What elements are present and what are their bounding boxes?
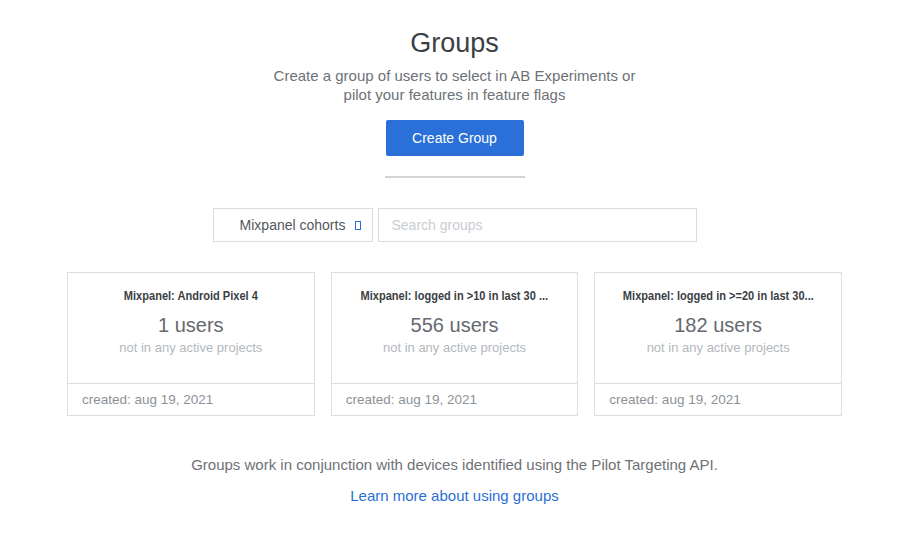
groups-page: Groups Create a group of users to select… xyxy=(0,0,909,558)
group-projects-note: not in any active projects xyxy=(332,340,578,355)
group-title: Mixpanel: logged in >=20 in last 30... xyxy=(623,288,814,303)
footer-info-text: Groups work in conjunction with devices … xyxy=(0,456,909,473)
search-groups-input[interactable] xyxy=(378,208,697,242)
cohort-source-dropdown[interactable]: Mixpanel cohorts xyxy=(213,208,373,242)
group-created-date: created: aug 19, 2021 xyxy=(595,383,841,415)
dropdown-indicator-icon xyxy=(355,221,361,230)
group-user-count: 556 users xyxy=(332,314,578,337)
group-title: Mixpanel: Android Pixel 4 xyxy=(124,288,258,303)
group-card-body: Mixpanel: logged in >10 in last 30 ... 5… xyxy=(332,273,578,383)
filter-row: Mixpanel cohorts xyxy=(0,208,909,242)
groups-list: Mixpanel: Android Pixel 4 1 users not in… xyxy=(67,272,842,416)
group-card-body: Mixpanel: Android Pixel 4 1 users not in… xyxy=(68,273,314,383)
group-title: Mixpanel: logged in >10 in last 30 ... xyxy=(361,288,549,303)
page-subtitle-line-1: Create a group of users to select in AB … xyxy=(0,66,909,85)
group-card-logged-in-gt10[interactable]: Mixpanel: logged in >10 in last 30 ... 5… xyxy=(331,272,579,416)
group-projects-note: not in any active projects xyxy=(68,340,314,355)
group-card-logged-in-gte20[interactable]: Mixpanel: logged in >=20 in last 30... 1… xyxy=(594,272,842,416)
page-title: Groups xyxy=(0,28,909,59)
group-user-count: 1 users xyxy=(68,314,314,337)
group-projects-note: not in any active projects xyxy=(595,340,841,355)
create-group-button[interactable]: Create Group xyxy=(386,120,524,156)
group-created-date: created: aug 19, 2021 xyxy=(332,383,578,415)
group-card-body: Mixpanel: logged in >=20 in last 30... 1… xyxy=(595,273,841,383)
section-divider xyxy=(385,176,525,178)
group-user-count: 182 users xyxy=(595,314,841,337)
page-subtitle-line-2: pilot your features in feature flags xyxy=(0,85,909,104)
learn-more-row: Learn more about using groups xyxy=(0,473,909,505)
cohort-source-dropdown-label: Mixpanel cohorts xyxy=(240,217,346,233)
group-card-android-pixel-4[interactable]: Mixpanel: Android Pixel 4 1 users not in… xyxy=(67,272,315,416)
page-subtitle: Create a group of users to select in AB … xyxy=(0,66,909,104)
group-created-date: created: aug 19, 2021 xyxy=(68,383,314,415)
learn-more-link[interactable]: Learn more about using groups xyxy=(350,487,558,504)
